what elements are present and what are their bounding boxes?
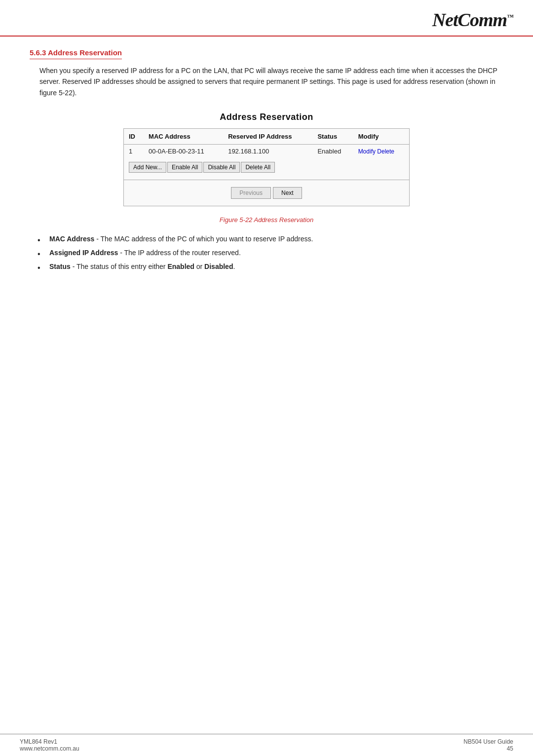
col-header-ip: Reserved IP Address xyxy=(223,129,312,145)
modify-delete-link[interactable]: Modify Delete xyxy=(358,148,394,155)
figure-caption: Figure 5-22 Address Reservation xyxy=(30,216,503,224)
row-mac: 00-0A-EB-00-23-11 xyxy=(144,145,223,158)
panel-title: Address Reservation xyxy=(123,112,410,122)
col-header-mac: MAC Address xyxy=(144,129,223,145)
bullet-mid-status: or xyxy=(194,263,204,270)
section-title: 5.6.3 Address Reservation xyxy=(30,48,122,59)
footer-doc-id: YML864 Rev1 xyxy=(20,738,79,745)
action-buttons: Add New... Enable All Disable All Delete… xyxy=(124,158,409,178)
table-row: 1 00-0A-EB-00-23-11 192.168.1.100 Enable… xyxy=(124,145,409,158)
enable-all-button[interactable]: Enable All xyxy=(167,162,202,173)
bullet-term-status: Status xyxy=(49,263,71,270)
bullet-term-ip: Assigned IP Address xyxy=(49,249,118,257)
bullet-end-status: . xyxy=(233,263,235,270)
logo-tm: ™ xyxy=(507,13,513,21)
col-header-modify: Modify xyxy=(353,129,409,145)
ui-panel: Address Reservation ID MAC Address Reser… xyxy=(123,112,410,206)
nav-buttons: Previous Next xyxy=(124,182,409,206)
bullet-list: MAC Address - The MAC address of the PC … xyxy=(30,233,503,272)
panel-box: ID MAC Address Reserved IP Address Statu… xyxy=(123,128,410,206)
list-item-status: Status - The status of this entry either… xyxy=(44,261,503,273)
bullet-term-mac: MAC Address xyxy=(49,235,94,243)
list-item-ip: Assigned IP Address - The IP address of … xyxy=(44,247,503,259)
row-status: Enabled xyxy=(312,145,353,158)
next-button[interactable]: Next xyxy=(273,187,302,199)
footer-right: NB504 User Guide 45 xyxy=(463,738,513,752)
add-new-button[interactable]: Add New... xyxy=(129,162,166,173)
disable-all-button[interactable]: Disable All xyxy=(203,162,240,173)
header: NetComm™ xyxy=(0,0,533,37)
footer-page-number: 45 xyxy=(507,745,513,752)
row-modify: Modify Delete xyxy=(353,145,409,158)
logo-text: NetComm xyxy=(432,9,507,30)
panel-divider xyxy=(124,180,409,180)
content-area: 5.6.3 Address Reservation When you speci… xyxy=(0,37,533,304)
page-wrapper: NetComm™ 5.6.3 Address Reservation When … xyxy=(0,0,533,756)
bullet-text-mac: - The MAC address of the PC of which you… xyxy=(94,235,313,243)
bullet-bold1-status: Enabled xyxy=(167,263,194,270)
list-item-mac: MAC Address - The MAC address of the PC … xyxy=(44,233,503,245)
row-ip: 192.168.1.100 xyxy=(223,145,312,158)
reservation-table: ID MAC Address Reserved IP Address Statu… xyxy=(124,129,409,158)
previous-button[interactable]: Previous xyxy=(231,187,271,199)
table-header-row: ID MAC Address Reserved IP Address Statu… xyxy=(124,129,409,145)
footer-guide-name: NB504 User Guide xyxy=(463,738,513,745)
footer-left: YML864 Rev1 www.netcomm.com.au xyxy=(20,738,79,752)
footer: YML864 Rev1 www.netcomm.com.au NB504 Use… xyxy=(0,734,533,756)
logo: NetComm™ xyxy=(432,9,513,31)
delete-all-button[interactable]: Delete All xyxy=(241,162,275,173)
col-header-status: Status xyxy=(312,129,353,145)
section-description: When you specify a reserved IP address f… xyxy=(30,65,503,98)
bullet-text-ip: - The IP address of the router reserved. xyxy=(118,249,241,257)
footer-website: www.netcomm.com.au xyxy=(20,745,79,752)
row-id: 1 xyxy=(124,145,144,158)
col-header-id: ID xyxy=(124,129,144,145)
bullet-text-status: - The status of this entry either xyxy=(71,263,168,270)
bullet-bold2-status: Disabled xyxy=(204,263,233,270)
